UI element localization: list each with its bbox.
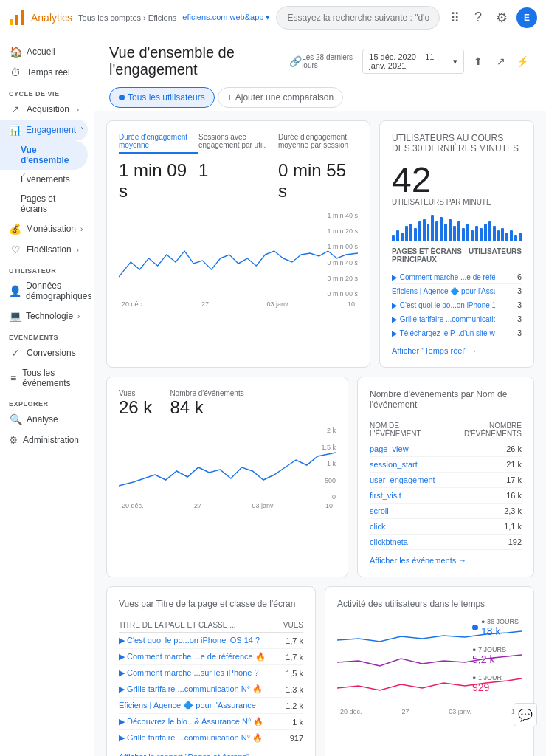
site-name[interactable]: eficiens.com web&app ▾ [182, 13, 270, 22]
avatar[interactable]: E [516, 7, 537, 28]
page-count: 917 [281, 730, 303, 746]
chat-icon[interactable]: 💬 [514, 703, 537, 726]
rt-bar-item [471, 230, 474, 241]
rt-bar-item [457, 221, 460, 241]
realtime-count: 42 [392, 162, 522, 198]
export-icon[interactable]: ⬆ [470, 51, 486, 72]
metric-label-avg[interactable]: Durée d'engagement moyenne [119, 133, 198, 154]
rt-row-label: ▶ Comment marche ...e de référence 🔥 [392, 272, 495, 281]
svg-rect-1 [15, 15, 18, 25]
realtime-row[interactable]: ▶ Grille tarifaire ...communication N° 🔥… [392, 312, 522, 326]
sidebar-item-analyse[interactable]: 🔍 Analyse [0, 409, 88, 430]
metric-label-sessions[interactable]: Sessions avec engagement par util. [198, 133, 278, 154]
apps-icon[interactable]: ⠿ [446, 9, 463, 27]
search-input[interactable] [276, 6, 440, 30]
tab-add-comparison[interactable]: + Ajouter une comparaison [218, 87, 343, 108]
sidebar-item-conversions[interactable]: ✓ Conversions [0, 343, 88, 363]
realtime-row[interactable]: ▶ C'est quoi le po...on iPhone 14 ?3 [392, 298, 522, 312]
date-range-button[interactable]: 15 déc. 2020 – 11 janv. 2021 ▾ [362, 49, 464, 74]
settings-icon[interactable]: ⚙ [493, 9, 511, 27]
vues-events: Vues 26 k Nombre d'événements 84 k [119, 389, 336, 418]
sidebar-item-donnees-demographiques[interactable]: 👤 Données démographiques › [0, 276, 88, 306]
page-row[interactable]: ▶ Comment marche ...e de référence 🔥1,7 … [119, 649, 303, 665]
row2: Vues 26 k Nombre d'événements 84 k [106, 377, 534, 577]
event-row[interactable]: user_engagement17 k [370, 472, 522, 488]
rt-row-count: 3 [517, 286, 522, 295]
realtime-rows: ▶ Comment marche ...e de référence 🔥6Efi… [392, 270, 522, 340]
share-link-icon[interactable]: ↗ [493, 51, 509, 72]
realtime-row[interactable]: Eficiens | Agence 🔷 pour l'Assurance3 [392, 284, 522, 298]
page-label: Eficiens | Agence 🔷 pour l'Assurance [119, 698, 281, 714]
sidebar-item-fidelisation[interactable]: ♡ Fidélisation › [0, 239, 88, 260]
events-table-title: Nombre d'événements par Nom de l'événeme… [370, 389, 522, 410]
event-name: first_visit [370, 488, 445, 504]
event-row[interactable]: session_start21 k [370, 457, 522, 472]
sidebar-item-pages-ecrans[interactable]: Pages et écrans [0, 189, 88, 219]
page-row[interactable]: ▶ C'est quoi le po...on iPhone iOS 14 ?1… [119, 633, 303, 649]
events-icon: ≡ [9, 372, 18, 384]
sidebar-section-evenements: ÉVÉNEMENTS [0, 326, 94, 343]
rt-row-label: ▶ Téléchargez le P...d'un site web N° 🔥 [392, 329, 495, 337]
sidebar-item-label: Conversions [27, 348, 76, 358]
page-label: ▶ Comment marche ...sur les iPhone ? [119, 665, 281, 681]
metric-label-per-session[interactable]: Durée d'engagement moyenne par session [278, 133, 358, 154]
tab-dot [119, 94, 125, 100]
tab-label: Ajouter une comparaison [235, 92, 334, 103]
analyse-icon: 🔍 [9, 413, 22, 425]
tab-tous-utilisateurs[interactable]: Tous les utilisateurs [109, 87, 215, 108]
page-row[interactable]: ▶ Grille tarifaire ...communication N° 🔥… [119, 681, 303, 698]
sidebar-sub-label: Vue d'ensemble [21, 145, 79, 165]
sidebar-item-acquisition[interactable]: ↗ Acquisition › [0, 99, 88, 120]
event-row[interactable]: click1,1 k [370, 519, 522, 535]
realtime-link[interactable]: Afficher "Temps réel" → [392, 346, 522, 355]
content-area: Durée d'engagement moyenne Sessions avec… [94, 111, 546, 756]
event-row[interactable]: page_view26 k [370, 441, 522, 457]
realtime-row[interactable]: ▶ Comment marche ...e de référence 🔥6 [392, 270, 522, 284]
event-row[interactable]: scroll2,3 k [370, 504, 522, 519]
rt-bar-item [514, 235, 517, 241]
event-row[interactable]: clickbtneta192 [370, 535, 522, 550]
sidebar-item-accueil[interactable]: 🏠 Accueil [0, 41, 88, 62]
page-label: ▶ Grille tarifaire ...communication N° 🔥 [119, 681, 281, 698]
main-content: Vue d'ensemble de l'engagement 🔗 Les 28 … [94, 35, 546, 756]
breadcrumb: Tous les comptes › Eficiens [78, 13, 176, 22]
page-row[interactable]: Eficiens | Agence 🔷 pour l'Assurance1,2 … [119, 698, 303, 714]
rt-bar-item [401, 233, 404, 241]
sidebar-item-administration[interactable]: ⚙ Administration [0, 430, 88, 450]
rt-bar-item [497, 230, 500, 241]
sidebar-item-monetisation[interactable]: 💰 Monétisation › [0, 219, 88, 239]
help-icon[interactable]: ? [469, 9, 487, 27]
page-count: 1 k [281, 714, 303, 730]
realtime-row[interactable]: ▶ Téléchargez le P...d'un site web N° 🔥3 [392, 326, 522, 340]
svg-rect-2 [21, 10, 24, 25]
conversions-icon: ✓ [9, 347, 22, 359]
sidebar: 🏠 Accueil ⏱ Temps réel CYCLE DE VIE ↗ Ac… [0, 35, 94, 756]
sidebar-item-evenements[interactable]: Événements [0, 170, 88, 189]
event-row[interactable]: first_visit16 k [370, 488, 522, 504]
sidebar-item-engagement[interactable]: 📊 Engagement ˅ [0, 120, 88, 140]
app-name: Analytics [31, 12, 72, 24]
page-row[interactable]: ▶ Découvrez le blo...& Assurance N° 🔥1 k [119, 714, 303, 730]
app-logo: Analytics [9, 9, 72, 27]
date-label: Les 28 derniers jours [302, 53, 356, 69]
events-link[interactable]: Afficher les événements → [370, 556, 522, 565]
home-icon: 🏠 [9, 46, 22, 58]
sidebar-item-technologie[interactable]: 💻 Technologie › [0, 306, 88, 326]
rt-bar-item [418, 221, 421, 241]
tab-label: Tous les utilisateurs [128, 92, 205, 103]
pages-table: TITRE DE LA PAGE ET CLASSE ... VUES ▶ C'… [119, 618, 303, 746]
clock-icon: ⏱ [9, 66, 22, 78]
event-count: 21 k [445, 457, 522, 472]
sidebar-item-temps-reel[interactable]: ⏱ Temps réel [0, 62, 88, 83]
pages-link[interactable]: Afficher le rapport "Pages et écrans" → [119, 752, 303, 756]
activity-title: Activité des utilisateurs dans le temps [337, 599, 522, 609]
sidebar-item-label: Acquisition [27, 104, 69, 114]
insights-icon[interactable]: ⚡ [515, 51, 531, 72]
page-row[interactable]: ▶ Grille tarifaire ...communication N° 🔥… [119, 730, 303, 746]
rt-row-label: ▶ Grille tarifaire ...communication N° 🔥 [392, 315, 495, 323]
share-icon[interactable]: 🔗 [289, 55, 302, 67]
sidebar-item-tous-evenements[interactable]: ≡ Tous les événements [0, 363, 88, 393]
page-row[interactable]: ▶ Comment marche ...sur les iPhone ?1,5 … [119, 665, 303, 681]
rt-bar-item [405, 226, 408, 241]
sidebar-item-vue-ensemble[interactable]: Vue d'ensemble [0, 140, 88, 170]
